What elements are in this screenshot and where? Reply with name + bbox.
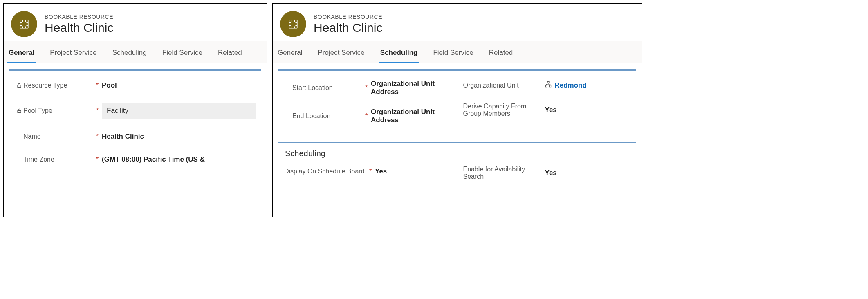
tab-general[interactable]: General <box>7 46 36 63</box>
label-pool-type: Pool Type <box>23 107 52 115</box>
value-time-zone[interactable]: (GMT-08:00) Pacific Time (US & <box>102 155 256 164</box>
svg-rect-0 <box>20 20 28 28</box>
label-time-zone: Time Zone <box>23 156 54 163</box>
label-start-location: Start Location <box>292 84 333 92</box>
required-marker: * <box>363 84 369 92</box>
value-org-unit-wrap[interactable]: Redmond <box>545 81 631 90</box>
label-end-location: End Location <box>292 112 330 120</box>
general-section: Resource Type * Pool Pool Type * Facilit… <box>9 69 261 171</box>
tab-project-service[interactable]: Project Service <box>316 46 366 63</box>
right-panel: BOOKABLE RESOURCE Health Clinic General … <box>272 3 642 217</box>
lock-icon <box>15 83 23 88</box>
field-display-on-board: Display On Schedule Board * Yes <box>278 160 458 183</box>
tab-field-service[interactable]: Field Service <box>161 46 204 63</box>
value-derive-capacity[interactable]: Yes <box>545 106 631 114</box>
puzzle-icon <box>19 19 29 29</box>
svg-rect-6 <box>549 85 551 87</box>
lock-icon <box>15 108 23 114</box>
field-start-location: Start Location * Organizational Unit Add… <box>278 74 458 102</box>
tab-related[interactable]: Related <box>216 46 244 63</box>
field-resource-type: Resource Type * Pool <box>9 74 261 97</box>
header-text: BOOKABLE RESOURCE Health Clinic <box>314 13 382 35</box>
label-derive-capacity: Derive Capacity From Group Members <box>463 103 545 117</box>
record-avatar <box>11 11 37 37</box>
required-marker: * <box>94 82 100 89</box>
tab-field-service[interactable]: Field Service <box>431 46 475 63</box>
svg-rect-2 <box>18 110 21 112</box>
record-title: Health Clinic <box>45 21 113 35</box>
field-time-zone: Time Zone * (GMT-08:00) Pacific Time (US… <box>9 148 261 171</box>
label-org-unit: Organizational Unit <box>463 82 519 89</box>
field-derive-capacity: Derive Capacity From Group Members Yes <box>458 97 637 123</box>
label-display-on-board: Display On Schedule Board <box>284 168 365 175</box>
scheduling-section: Scheduling Display On Schedule Board * Y… <box>278 142 636 186</box>
tabs-right: General Project Service Scheduling Field… <box>273 41 642 63</box>
record-avatar <box>280 11 306 37</box>
entity-overline: BOOKABLE RESOURCE <box>45 13 113 20</box>
header-left: BOOKABLE RESOURCE Health Clinic <box>4 4 267 41</box>
field-pool-type: Pool Type * Facility <box>9 97 261 125</box>
record-title: Health Clinic <box>314 21 382 35</box>
org-unit-icon <box>545 81 552 90</box>
value-end-location[interactable]: Organizational Unit Address <box>371 108 452 124</box>
tab-project-service[interactable]: Project Service <box>48 46 98 63</box>
required-marker: * <box>94 156 100 163</box>
header-text: BOOKABLE RESOURCE Health Clinic <box>45 13 113 35</box>
location-section: Start Location * Organizational Unit Add… <box>278 69 636 130</box>
value-pool-type: Facility <box>102 103 256 119</box>
value-resource-type[interactable]: Pool <box>102 81 256 90</box>
svg-rect-5 <box>545 85 547 87</box>
svg-rect-4 <box>547 81 549 83</box>
label-resource-type: Resource Type <box>23 82 67 89</box>
value-enable-search[interactable]: Yes <box>545 169 631 177</box>
entity-overline: BOOKABLE RESOURCE <box>314 13 382 20</box>
required-marker: * <box>94 133 100 140</box>
left-panel: BOOKABLE RESOURCE Health Clinic General … <box>3 3 267 217</box>
value-start-location[interactable]: Organizational Unit Address <box>371 80 452 96</box>
field-name: Name * Health Clinic <box>9 125 261 148</box>
svg-rect-1 <box>18 85 21 87</box>
tab-scheduling[interactable]: Scheduling <box>379 46 419 63</box>
field-enable-search: Enable for Availability Search Yes <box>458 160 637 186</box>
value-org-unit: Redmond <box>555 81 587 90</box>
tab-general[interactable]: General <box>276 46 304 63</box>
tab-related[interactable]: Related <box>487 46 515 63</box>
field-org-unit: Organizational Unit Redmond <box>458 74 637 97</box>
svg-rect-3 <box>289 20 297 28</box>
section-title-scheduling: Scheduling <box>278 146 636 160</box>
value-pool-type-wrap[interactable]: Facility <box>102 103 256 119</box>
label-enable-search: Enable for Availability Search <box>463 166 545 180</box>
required-marker: * <box>363 112 369 120</box>
tab-scheduling[interactable]: Scheduling <box>111 46 148 63</box>
required-marker: * <box>94 107 100 115</box>
tabs-left: General Project Service Scheduling Field… <box>4 41 267 63</box>
header-right: BOOKABLE RESOURCE Health Clinic <box>273 4 642 41</box>
puzzle-icon <box>288 19 298 29</box>
field-end-location: End Location * Organizational Unit Addre… <box>278 102 458 130</box>
label-name: Name <box>23 133 41 140</box>
value-name[interactable]: Health Clinic <box>102 133 256 141</box>
value-display-on-board[interactable]: Yes <box>375 167 452 175</box>
required-marker: * <box>368 168 373 175</box>
